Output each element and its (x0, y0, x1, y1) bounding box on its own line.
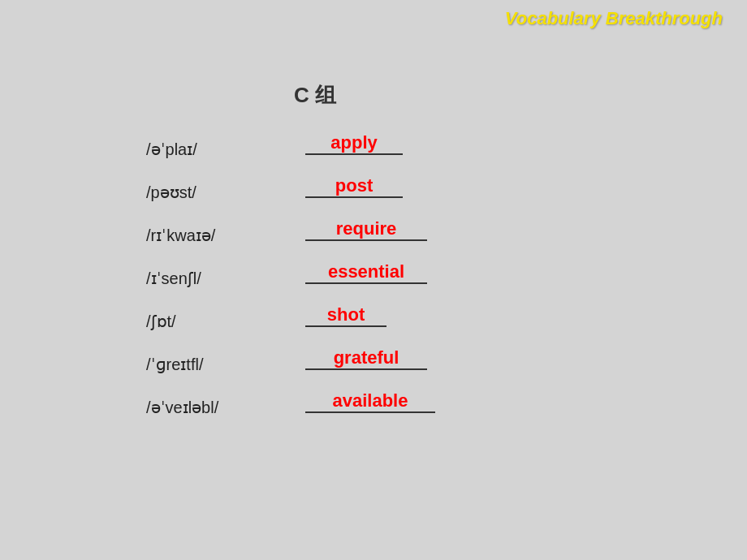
vocab-row: /rɪˈkwaɪə/require (146, 218, 435, 245)
answer-text-0: apply (305, 132, 403, 153)
answer-wrapper-5: grateful (305, 347, 427, 370)
title-area: Vocabulary Breakthrough (505, 8, 723, 29)
answer-wrapper-4: shot (305, 304, 386, 327)
answer-text-6: available (305, 390, 435, 411)
phonetic-2: /rɪˈkwaɪə/ (146, 226, 292, 245)
phonetic-0: /əˈplaɪ/ (146, 140, 292, 159)
answer-wrapper-2: require (305, 218, 427, 241)
phonetic-6: /əˈveɪləbl/ (146, 398, 292, 417)
answer-wrapper-1: post (305, 175, 403, 198)
group-label: C 组 (195, 81, 435, 110)
vocab-row: /ˈɡreɪtfl/grateful (146, 347, 435, 374)
answer-text-4: shot (305, 304, 386, 325)
answer-text-5: grateful (305, 347, 427, 368)
content-area: C 组 /əˈplaɪ/apply/pəʊst/post/rɪˈkwaɪə/re… (146, 81, 435, 433)
vocab-row: /ʃɒt/shot (146, 304, 435, 331)
vocab-row: /ɪˈsenʃl/essential (146, 261, 435, 288)
answer-wrapper-0: apply (305, 132, 403, 155)
app-title: Vocabulary Breakthrough (505, 8, 723, 28)
vocab-row: /pəʊst/post (146, 175, 435, 202)
vocab-list: /əˈplaɪ/apply/pəʊst/post/rɪˈkwaɪə/requir… (146, 132, 435, 417)
phonetic-1: /pəʊst/ (146, 183, 292, 202)
answer-text-2: require (305, 218, 427, 239)
phonetic-4: /ʃɒt/ (146, 312, 292, 331)
answer-text-1: post (305, 175, 403, 196)
answer-wrapper-6: available (305, 390, 435, 413)
main-page: Vocabulary Breakthrough C 组 /əˈplaɪ/appl… (0, 0, 747, 560)
answer-text-3: essential (305, 261, 427, 282)
phonetic-3: /ɪˈsenʃl/ (146, 269, 292, 288)
answer-wrapper-3: essential (305, 261, 427, 284)
vocab-row: /əˈveɪləbl/available (146, 390, 435, 417)
phonetic-5: /ˈɡreɪtfl/ (146, 355, 292, 374)
vocab-row: /əˈplaɪ/apply (146, 132, 435, 159)
